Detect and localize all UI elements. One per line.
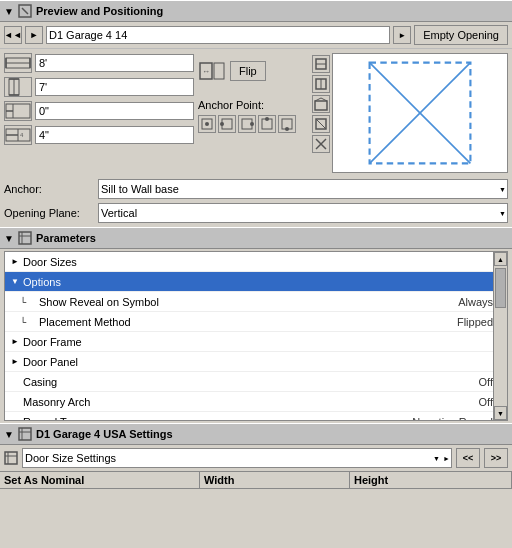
flip-btn[interactable]: Flip: [230, 61, 266, 81]
view-btn-4[interactable]: [312, 115, 330, 133]
tree-item-door-frame[interactable]: ► Door Frame: [5, 332, 507, 352]
anchor-dim-input[interactable]: [35, 126, 194, 144]
view-btn-1[interactable]: [312, 55, 330, 73]
width-icon: [4, 53, 32, 73]
offset-input[interactable]: [35, 102, 194, 120]
opening-plane-row: Opening Plane: Vertical Horizontal: [0, 201, 512, 225]
anchor-dim-icon: 4: [4, 125, 32, 145]
svg-rect-44: [19, 232, 31, 244]
parameters-collapse-arrow[interactable]: ▼: [4, 233, 14, 243]
svg-point-29: [285, 127, 289, 131]
anchor-label: Anchor:: [4, 183, 94, 195]
opening-plane-dropdown[interactable]: Vertical Horizontal: [98, 203, 508, 223]
anchor-dropdown-wrapper[interactable]: Sill to Wall base Top to Wall top Center…: [98, 179, 508, 199]
next-size-btn[interactable]: >>: [484, 448, 508, 468]
preview-area: [312, 53, 508, 173]
parameters-section: ▼ Parameters ► Door Sizes ▼ Options └ Sh…: [0, 227, 512, 421]
play-btn[interactable]: ►: [25, 26, 43, 44]
offset-icon: [4, 101, 32, 121]
settings-collapse-arrow[interactable]: ▼: [4, 429, 14, 439]
svg-rect-50: [5, 452, 17, 464]
door-preview-svg: [333, 54, 507, 172]
scrollbar-down-btn[interactable]: ▼: [494, 406, 507, 420]
anchor-row: Anchor: Sill to Wall base Top to Wall to…: [0, 177, 512, 201]
parameters-section-header: ▼ Parameters: [0, 227, 512, 249]
width-input[interactable]: [35, 54, 194, 72]
door-selector-row: ◄◄ ► D1 Garage 4 14 ► Empty Opening: [0, 22, 512, 49]
parameters-tree-area: ► Door Sizes ▼ Options └ Show Reveal on …: [4, 251, 508, 421]
door-size-settings-wrapper[interactable]: Door Size Settings ▼ ►: [22, 448, 452, 468]
anchor-btn-2[interactable]: [218, 115, 236, 133]
table-header-set: Set As Nominal: [0, 472, 200, 488]
tree-item-door-panel[interactable]: ► Door Panel: [5, 352, 507, 372]
height-icon: [4, 77, 32, 97]
flip-icon: ↔: [198, 57, 226, 85]
door-size-settings-dropdown[interactable]: Door Size Settings: [22, 448, 452, 468]
svg-line-1: [22, 8, 28, 14]
anchor-btn-4[interactable]: [258, 115, 276, 133]
parameters-section-title: Parameters: [36, 232, 96, 244]
preview-section-title: Preview and Positioning: [36, 5, 163, 17]
side-icons-col: [312, 53, 330, 173]
preview-section: ▼ Preview and Positioning ◄◄ ► D1 Garage…: [0, 0, 512, 225]
view-btn-2[interactable]: [312, 75, 330, 93]
svg-point-21: [205, 122, 209, 126]
door-selector-field[interactable]: D1 Garage 4 14: [46, 26, 390, 44]
anchor-btn-3[interactable]: [238, 115, 256, 133]
tree-item-options[interactable]: ▼ Options: [5, 272, 507, 292]
opening-plane-dropdown-wrapper[interactable]: Vertical Horizontal: [98, 203, 508, 223]
settings-section-icon: [18, 427, 32, 441]
tree-item-placement-method[interactable]: └ Placement Method Flipped: [5, 312, 507, 332]
offset-field-row: [4, 101, 194, 121]
height-input[interactable]: [35, 78, 194, 96]
tree-toggle-door-frame[interactable]: ►: [9, 336, 21, 348]
settings-section-title: D1 Garage 4 USA Settings: [36, 428, 173, 440]
view-btn-5[interactable]: [312, 135, 330, 153]
empty-opening-btn[interactable]: Empty Opening: [414, 25, 508, 45]
prev-size-btn[interactable]: <<: [456, 448, 480, 468]
tree-toggle-door-sizes[interactable]: ►: [9, 256, 21, 268]
svg-rect-18: [214, 63, 224, 79]
anchor-point-section: Anchor Point:: [198, 97, 308, 133]
view-btn-3[interactable]: [312, 95, 330, 113]
tree-toggle-door-panel[interactable]: ►: [9, 356, 21, 368]
scrollbar-up-btn[interactable]: ▲: [494, 252, 507, 266]
prev-prev-btn[interactable]: ◄◄: [4, 26, 22, 44]
table-header: Set As Nominal Width Height: [0, 471, 512, 489]
tree-item-reveal-type[interactable]: Reveal Type Negative Reveal: [5, 412, 507, 421]
scrollbar-thumb[interactable]: [495, 268, 506, 308]
preview-collapse-arrow[interactable]: ▼: [4, 6, 14, 16]
anchor-btn-1[interactable]: [198, 115, 216, 133]
tree-item-casing[interactable]: Casing Off: [5, 372, 507, 392]
preview-section-icon: [18, 4, 32, 18]
anchor-field-row: 4: [4, 125, 194, 145]
svg-rect-47: [19, 428, 31, 440]
tree-item-door-sizes[interactable]: ► Door Sizes: [5, 252, 507, 272]
door-preview-box: [332, 53, 508, 173]
tree-sub-icon-1: └: [17, 296, 29, 308]
middle-col: ↔ Flip Anchor Point:: [198, 53, 308, 173]
svg-point-25: [250, 122, 254, 126]
fields-col: 4: [4, 53, 194, 173]
anchor-btn-5[interactable]: [278, 115, 296, 133]
next-btn[interactable]: ►: [393, 26, 411, 44]
scrollbar-track: [494, 266, 507, 406]
parameters-scrollbar[interactable]: ▲ ▼: [493, 252, 507, 420]
svg-point-27: [265, 117, 269, 121]
tree-item-masonry-arch[interactable]: Masonry Arch Off: [5, 392, 507, 412]
flip-row: ↔ Flip: [198, 57, 308, 85]
opening-plane-label: Opening Plane:: [4, 207, 94, 219]
parameters-section-icon: [18, 231, 32, 245]
table-header-width: Width: [200, 472, 350, 488]
anchor-dropdown[interactable]: Sill to Wall base Top to Wall top Center…: [98, 179, 508, 199]
settings-icon: [4, 451, 18, 465]
tree-sub-icon-2: └: [17, 316, 29, 328]
height-field-row: [4, 77, 194, 97]
svg-text:4: 4: [20, 132, 24, 138]
settings-section-header: ▼ D1 Garage 4 USA Settings: [0, 423, 512, 445]
tree-item-show-reveal[interactable]: └ Show Reveal on Symbol Always: [5, 292, 507, 312]
tree-toggle-options[interactable]: ▼: [9, 276, 21, 288]
settings-dropdown-row: Door Size Settings ▼ ► << >>: [0, 445, 512, 471]
preview-section-header: ▼ Preview and Positioning: [0, 0, 512, 22]
svg-text:↔: ↔: [202, 67, 210, 76]
